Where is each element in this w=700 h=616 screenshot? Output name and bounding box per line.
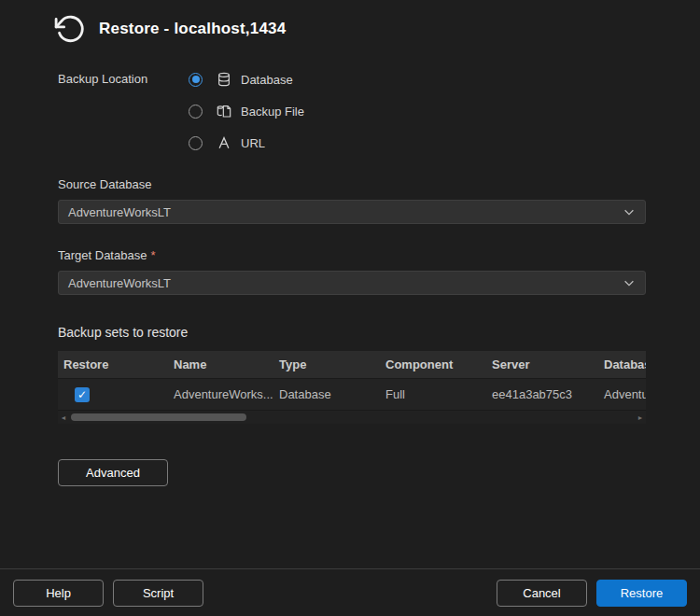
scroll-right-icon[interactable]: ►	[635, 414, 646, 421]
cell-type: Database	[273, 387, 380, 401]
dialog-footer: Help Script Cancel Restore	[0, 568, 700, 616]
backup-location-group: Backup Location Database	[58, 63, 646, 159]
target-database-value: AdventureWorksLT	[68, 276, 171, 290]
column-header-database: Database	[598, 357, 646, 371]
chevron-down-icon	[623, 205, 636, 218]
backup-sets-table: Restore Name Type Component Server Datab…	[58, 351, 646, 424]
checkmark-icon: ✓	[77, 389, 87, 400]
target-database-field: Target Database* AdventureWorksLT	[58, 246, 646, 295]
scroll-left-icon[interactable]: ◄	[58, 414, 69, 421]
column-header-name: Name	[168, 357, 273, 371]
scrollbar-thumb[interactable]	[71, 413, 246, 421]
source-database-dropdown[interactable]: AdventureWorksLT	[58, 200, 646, 224]
cell-name: AdventureWorks...	[168, 387, 273, 401]
dialog-header: Restore - localhost,1434	[0, 0, 700, 45]
target-database-dropdown[interactable]: AdventureWorksLT	[58, 271, 646, 295]
table-header-row: Restore Name Type Component Server Datab…	[58, 351, 646, 379]
radio-option-backup-file[interactable]: Backup File	[189, 95, 304, 127]
radio-unselected-icon[interactable]	[189, 105, 203, 119]
dialog-title: Restore - localhost,1434	[99, 20, 286, 38]
required-marker: *	[150, 248, 155, 262]
column-header-component: Component	[380, 357, 486, 371]
url-icon	[216, 135, 231, 151]
source-database-field: Source Database AdventureWorksLT	[58, 175, 646, 224]
chevron-down-icon	[623, 276, 636, 289]
table-row[interactable]: ✓ AdventureWorks... Database Full ee41a3…	[58, 379, 646, 411]
radio-option-database[interactable]: Database	[189, 63, 304, 95]
radio-label-url: URL	[241, 136, 265, 150]
source-database-value: AdventureWorksLT	[68, 205, 171, 219]
source-database-label: Source Database	[58, 177, 151, 191]
column-header-type: Type	[273, 357, 380, 371]
script-button[interactable]: Script	[113, 580, 203, 607]
restore-icon	[54, 13, 86, 45]
horizontal-scrollbar[interactable]: ◄ ►	[58, 411, 646, 424]
advanced-button[interactable]: Advanced	[58, 459, 168, 486]
radio-selected-icon[interactable]	[189, 73, 203, 87]
column-header-restore: Restore	[58, 357, 168, 371]
cancel-button[interactable]: Cancel	[497, 580, 587, 607]
target-database-label: Target Database	[58, 248, 147, 262]
backup-sets-label: Backup sets to restore	[58, 325, 646, 340]
column-header-server: Server	[486, 357, 598, 371]
backup-location-label: Backup Location	[58, 63, 189, 159]
cell-component: Full	[380, 387, 486, 401]
backup-file-icon	[216, 104, 231, 119]
help-button[interactable]: Help	[13, 580, 104, 607]
radio-unselected-icon[interactable]	[189, 136, 203, 150]
radio-label-database: Database	[241, 73, 293, 87]
scrollbar-track[interactable]	[69, 413, 635, 421]
radio-label-backup-file: Backup File	[241, 105, 304, 119]
database-icon	[216, 72, 231, 88]
radio-option-url[interactable]: URL	[189, 127, 304, 159]
restore-button[interactable]: Restore	[596, 580, 687, 607]
cell-database: Adventu...	[598, 387, 646, 401]
restore-checkbox[interactable]: ✓	[75, 387, 90, 402]
cell-server: ee41a3ab75c3	[486, 387, 598, 401]
